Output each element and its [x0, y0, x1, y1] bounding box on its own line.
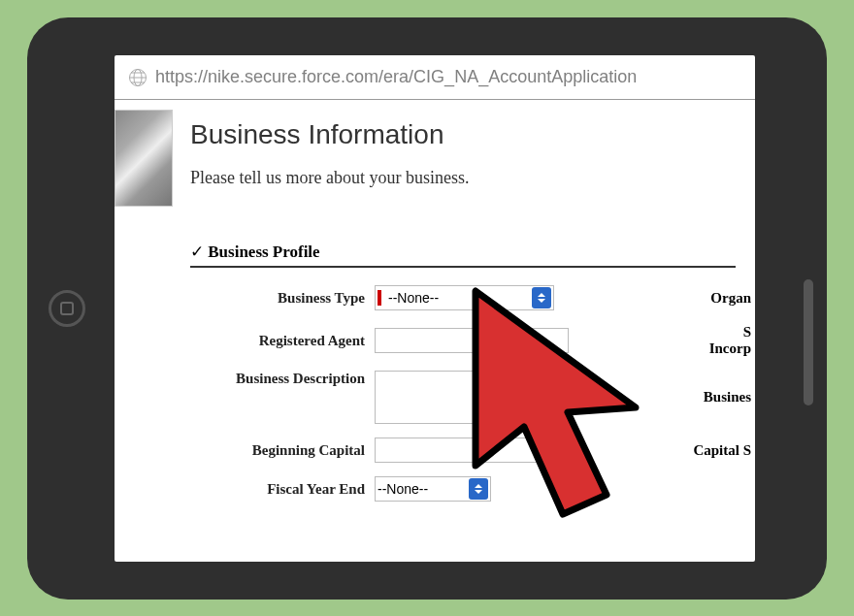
screen-content: https://nike.secure.force.com/era/CIG_NA… [115, 55, 755, 562]
beginning-capital-label: Beginning Capital [190, 442, 365, 459]
busines-label-partial: Busines [578, 389, 755, 405]
beginning-capital-input[interactable] [375, 438, 544, 463]
main-content: Business Information Please tell us more… [173, 110, 755, 560]
section-header: Business Profile [190, 242, 736, 268]
required-indicator [378, 290, 381, 306]
registered-agent-label: Registered Agent [190, 333, 365, 349]
globe-icon [128, 68, 148, 87]
dropdown-arrow-icon [532, 287, 551, 308]
incorp-label-partial: Incorp [578, 340, 755, 357]
fiscal-year-end-label: Fiscal Year End [190, 481, 365, 498]
page-title: Business Information [190, 119, 755, 150]
home-icon [60, 302, 74, 315]
side-thumbnail-image [115, 110, 173, 207]
business-type-select[interactable]: --None-- [375, 285, 554, 310]
capital-s-label-partial: Capital S [578, 442, 755, 459]
fiscal-year-end-value: --None-- [376, 481, 469, 497]
registered-agent-input[interactable] [375, 328, 569, 353]
home-button[interactable] [49, 290, 85, 327]
business-type-label: Business Type [190, 290, 365, 307]
url-text[interactable]: https://nike.secure.force.com/era/CIG_NA… [155, 67, 637, 87]
business-type-value: --None-- [386, 290, 532, 306]
s-label-partial: S [578, 324, 755, 340]
scroll-indicator[interactable] [804, 279, 813, 405]
form-grid: Business Type --None-- Organ Registered … [190, 285, 755, 502]
organization-label-partial: Organ [578, 290, 755, 307]
tablet-device-frame: https://nike.secure.force.com/era/CIG_NA… [27, 17, 827, 600]
fiscal-year-end-select[interactable]: --None-- [375, 476, 491, 502]
business-description-label: Business Description [190, 371, 365, 387]
url-bar: https://nike.secure.force.com/era/CIG_NA… [115, 55, 755, 100]
dropdown-arrow-icon [469, 478, 488, 500]
page-subtitle: Please tell us more about your business. [190, 168, 755, 188]
business-description-input[interactable] [375, 371, 569, 424]
content-area: Business Information Please tell us more… [115, 100, 755, 560]
